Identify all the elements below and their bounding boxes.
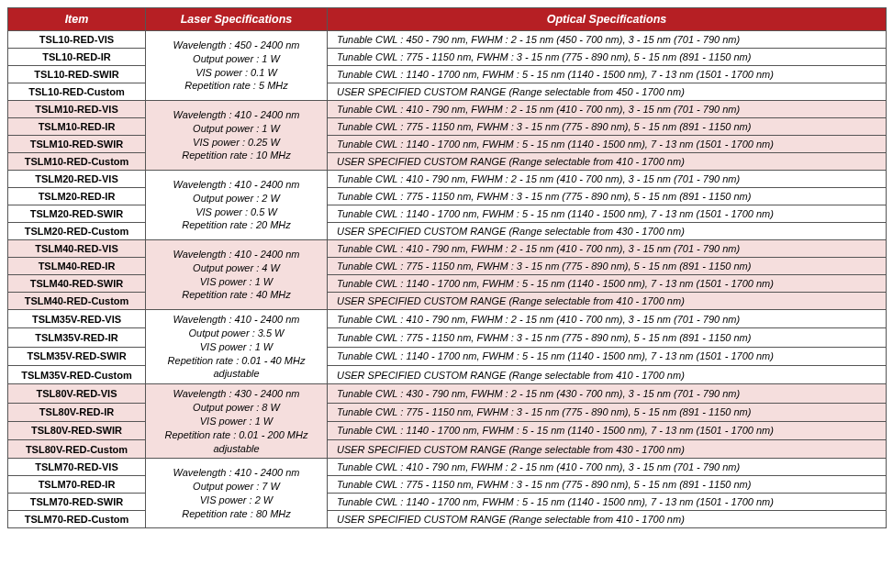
laser-spec-line: Output power : 7 W <box>193 481 280 492</box>
item-cell: TSLM70-RED-Custom <box>8 511 146 528</box>
item-cell: TSLM70-RED-VIS <box>8 459 146 476</box>
item-cell: TSLM20-RED-VIS <box>8 171 146 188</box>
item-cell: TSLM35V-RED-SWIR <box>8 347 146 365</box>
laser-spec-line: Wavelength : 430 - 2400 nm <box>173 388 300 399</box>
laser-spec-line: Wavelength : 410 - 2400 nm <box>173 249 300 260</box>
table-row: TSLM70-RED-SWIRTunable CWL : 1140 - 1700… <box>8 494 887 511</box>
item-cell: TSLM35V-RED-IR <box>8 328 146 347</box>
laser-spec-line: adjustable <box>213 443 259 454</box>
laser-spec-line: VIS power : 1 W <box>200 276 273 287</box>
laser-spec-line: Wavelength : 410 - 2400 nm <box>173 109 300 120</box>
laser-spec-line: Output power : 8 W <box>193 402 280 413</box>
optical-spec-cell: Tunable CWL : 450 - 790 nm, FWHM : 2 - 1… <box>328 31 887 49</box>
item-cell: TSLM10-RED-VIS <box>8 101 146 118</box>
laser-spec-line: Output power : 4 W <box>193 262 280 273</box>
optical-spec-cell: Tunable CWL : 410 - 790 nm, FWHM : 2 - 1… <box>328 101 887 118</box>
optical-spec-cell: Tunable CWL : 1140 - 1700 nm, FWHM : 5 -… <box>328 205 887 223</box>
optical-spec-cell: Tunable CWL : 430 - 790 nm, FWHM : 2 - 1… <box>328 384 887 403</box>
optical-spec-cell: Tunable CWL : 1140 - 1700 nm, FWHM : 5 -… <box>328 347 887 365</box>
table-row: TSLM20-RED-VISWavelength : 410 - 2400 nm… <box>8 171 887 188</box>
laser-spec-line: Repetition rate : 80 MHz <box>182 508 291 519</box>
laser-spec-line: Repetition rate : 10 MHz <box>182 150 291 161</box>
item-cell: TSL80V-RED-Custom <box>8 440 146 459</box>
item-cell: TSL10-RED-VIS <box>8 31 146 49</box>
item-cell: TSL80V-RED-VIS <box>8 384 146 403</box>
item-cell: TSLM70-RED-SWIR <box>8 494 146 511</box>
table-row: TSLM10-RED-SWIRTunable CWL : 1140 - 1700… <box>8 136 887 153</box>
item-cell: TSLM40-RED-Custom <box>8 293 146 310</box>
item-cell: TSLM35V-RED-VIS <box>8 310 146 328</box>
optical-spec-cell: USER SPECIFIED CUSTOM RANGE (Range selec… <box>328 511 887 528</box>
laser-spec-line: Repetition rate : 5 MHz <box>184 80 288 91</box>
table-row: TSLM40-RED-CustomUSER SPECIFIED CUSTOM R… <box>8 293 887 310</box>
item-cell: TSL10-RED-SWIR <box>8 66 146 83</box>
laser-spec-line: VIS power : 1 W <box>200 341 273 352</box>
table-row: TSL10-RED-IRTunable CWL : 775 - 1150 nm,… <box>8 49 887 66</box>
table-row: TSL10-RED-SWIRTunable CWL : 1140 - 1700 … <box>8 66 887 83</box>
optical-spec-cell: Tunable CWL : 410 - 790 nm, FWHM : 2 - 1… <box>328 240 887 258</box>
optical-spec-cell: Tunable CWL : 775 - 1150 nm, FWHM : 3 - … <box>328 188 887 205</box>
table-row: TSLM35V-RED-VISWavelength : 410 - 2400 n… <box>8 310 887 328</box>
optical-spec-cell: Tunable CWL : 410 - 790 nm, FWHM : 2 - 1… <box>328 310 887 328</box>
laser-spec-line: VIS power : 2 W <box>200 494 273 505</box>
table-row: TSLM70-RED-CustomUSER SPECIFIED CUSTOM R… <box>8 511 887 528</box>
table-row: TSLM40-RED-SWIRTunable CWL : 1140 - 1700… <box>8 275 887 293</box>
item-cell: TSLM40-RED-IR <box>8 258 146 275</box>
table-row: TSLM40-RED-VISWavelength : 410 - 2400 nm… <box>8 240 887 258</box>
item-cell: TSLM40-RED-VIS <box>8 240 146 258</box>
table-row: TSLM40-RED-IRTunable CWL : 775 - 1150 nm… <box>8 258 887 275</box>
item-cell: TSL10-RED-Custom <box>8 83 146 101</box>
item-cell: TSLM10-RED-SWIR <box>8 136 146 153</box>
optical-spec-cell: USER SPECIFIED CUSTOM RANGE (Range selec… <box>328 440 887 459</box>
optical-spec-cell: USER SPECIFIED CUSTOM RANGE (Range selec… <box>328 365 887 383</box>
item-cell: TSLM10-RED-Custom <box>8 153 146 171</box>
laser-spec-cell: Wavelength : 410 - 2400 nmOutput power :… <box>146 171 328 240</box>
item-cell: TSLM20-RED-SWIR <box>8 205 146 223</box>
table-row: TSLM20-RED-SWIRTunable CWL : 1140 - 1700… <box>8 205 887 223</box>
laser-spec-line: Repetition rate : 0.01 - 200 MHz <box>165 429 308 440</box>
item-cell: TSLM20-RED-IR <box>8 188 146 205</box>
header-item: Item <box>8 8 146 31</box>
laser-spec-line: Output power : 2 W <box>193 193 280 204</box>
spec-table: Item Laser Specifications Optical Specif… <box>7 7 887 528</box>
table-row: TSLM10-RED-VISWavelength : 410 - 2400 nm… <box>8 101 887 118</box>
laser-spec-line: Output power : 3.5 W <box>189 327 285 338</box>
optical-spec-cell: Tunable CWL : 1140 - 1700 nm, FWHM : 5 -… <box>328 421 887 439</box>
optical-spec-cell: Tunable CWL : 775 - 1150 nm, FWHM : 3 - … <box>328 258 887 275</box>
laser-spec-line: Wavelength : 410 - 2400 nm <box>173 467 300 478</box>
table-row: TSLM35V-RED-SWIRTunable CWL : 1140 - 170… <box>8 347 887 365</box>
table-row: TSL80V-RED-CustomUSER SPECIFIED CUSTOM R… <box>8 440 887 459</box>
laser-spec-line: Wavelength : 410 - 2400 nm <box>173 179 300 190</box>
header-optical: Optical Specifications <box>328 8 887 31</box>
table-row: TSL80V-RED-IRTunable CWL : 775 - 1150 nm… <box>8 403 887 421</box>
optical-spec-cell: Tunable CWL : 775 - 1150 nm, FWHM : 3 - … <box>328 328 887 347</box>
laser-spec-cell: Wavelength : 410 - 2400 nmOutput power :… <box>146 101 328 171</box>
optical-spec-cell: Tunable CWL : 1140 - 1700 nm, FWHM : 5 -… <box>328 136 887 153</box>
optical-spec-cell: Tunable CWL : 1140 - 1700 nm, FWHM : 5 -… <box>328 494 887 511</box>
table-row: TSLM35V-RED-IRTunable CWL : 775 - 1150 n… <box>8 328 887 347</box>
laser-spec-cell: Wavelength : 430 - 2400 nmOutput power :… <box>146 384 328 459</box>
optical-spec-cell: USER SPECIFIED CUSTOM RANGE (Range selec… <box>328 153 887 171</box>
table-row: TSL10-RED-VISWavelength : 450 - 2400 nmO… <box>8 31 887 49</box>
optical-spec-cell: Tunable CWL : 775 - 1150 nm, FWHM : 3 - … <box>328 476 887 494</box>
optical-spec-cell: Tunable CWL : 775 - 1150 nm, FWHM : 3 - … <box>328 118 887 136</box>
laser-spec-line: Repetition rate : 20 MHz <box>182 219 291 230</box>
table-row: TSLM70-RED-IRTunable CWL : 775 - 1150 nm… <box>8 476 887 494</box>
optical-spec-cell: Tunable CWL : 775 - 1150 nm, FWHM : 3 - … <box>328 403 887 421</box>
item-cell: TSLM35V-RED-Custom <box>8 365 146 383</box>
laser-spec-cell: Wavelength : 410 - 2400 nmOutput power :… <box>146 240 328 310</box>
table-row: TSLM35V-RED-CustomUSER SPECIFIED CUSTOM … <box>8 365 887 383</box>
table-row: TSL10-RED-CustomUSER SPECIFIED CUSTOM RA… <box>8 83 887 101</box>
table-row: TSLM20-RED-CustomUSER SPECIFIED CUSTOM R… <box>8 223 887 240</box>
laser-spec-line: adjustable <box>213 368 259 379</box>
item-cell: TSLM20-RED-Custom <box>8 223 146 240</box>
laser-spec-line: VIS power : 0.25 W <box>193 137 280 148</box>
optical-spec-cell: USER SPECIFIED CUSTOM RANGE (Range selec… <box>328 83 887 101</box>
table-row: TSL80V-RED-SWIRTunable CWL : 1140 - 1700… <box>8 421 887 439</box>
optical-spec-cell: USER SPECIFIED CUSTOM RANGE (Range selec… <box>328 223 887 240</box>
laser-spec-line: VIS power : 0.5 W <box>195 206 277 217</box>
table-row: TSL80V-RED-VISWavelength : 430 - 2400 nm… <box>8 384 887 403</box>
laser-spec-line: VIS power : 0.1 W <box>195 67 277 78</box>
item-cell: TSLM70-RED-IR <box>8 476 146 494</box>
item-cell: TSL80V-RED-SWIR <box>8 421 146 439</box>
